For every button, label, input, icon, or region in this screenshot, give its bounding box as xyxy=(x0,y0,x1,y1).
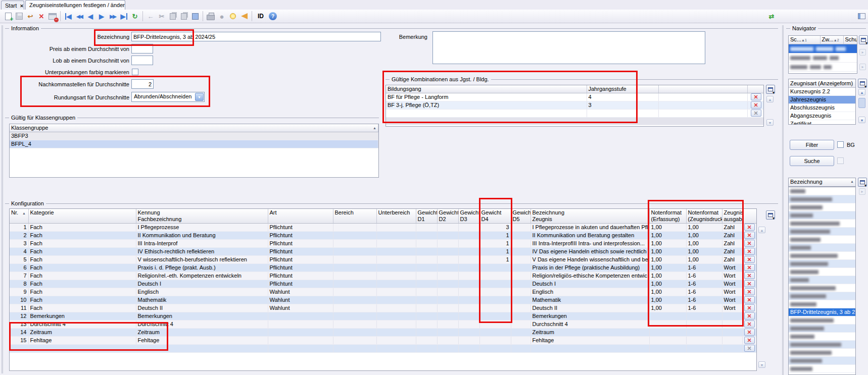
list-item[interactable] xyxy=(789,316,855,325)
delete-row-button[interactable]: ✕ xyxy=(744,304,755,311)
form-settings-button[interactable] xyxy=(47,11,58,22)
delete-row-button[interactable]: ✕ xyxy=(744,232,755,239)
column-header-d1[interactable]: Gewicht D1 xyxy=(416,209,437,224)
table-row[interactable]: 6FachPraxis i. d. Pflege (prakt. Ausb.)P… xyxy=(10,264,756,272)
list-item[interactable] xyxy=(789,244,855,252)
tab-start[interactable]: Start✕ xyxy=(1,1,24,10)
list-item[interactable] xyxy=(789,341,855,349)
select-button[interactable] xyxy=(189,11,201,22)
list-item[interactable] xyxy=(789,300,855,308)
nav-prev-button[interactable]: ◀ xyxy=(85,11,96,22)
delete-row-button[interactable]: ✕ xyxy=(744,224,755,231)
column-header-kennung[interactable]: Kennung Fachbezeichnung xyxy=(136,209,268,224)
id-button[interactable]: ID xyxy=(254,11,267,22)
list-item[interactable] xyxy=(789,292,855,300)
column-header-0[interactable]: Sc...▲1 xyxy=(789,36,820,44)
delete-row-button[interactable]: ✕ xyxy=(751,110,761,117)
list-item[interactable]: Abschlusszeugnis xyxy=(789,104,855,112)
list-item[interactable] xyxy=(789,187,855,195)
table-row[interactable]: 9FachEnglischWahluntEnglisch1,001-6Wort✕ xyxy=(10,288,756,296)
delete-row-button[interactable]: ✕ xyxy=(744,256,755,263)
table-row[interactable]: 8FachDeutsch IPflichtuntDeutsch I1,001-6… xyxy=(10,280,756,288)
suche-button[interactable]: Suche xyxy=(790,156,834,166)
side-nav-button[interactable]: ▸ xyxy=(859,49,866,56)
save-button[interactable] xyxy=(14,11,25,22)
delete-row-button[interactable]: ✕ xyxy=(744,240,755,247)
layout-button[interactable] xyxy=(856,11,867,22)
delete-row-button[interactable]: ✕ xyxy=(744,345,755,352)
table-row[interactable]: BF für Pflege - Langform4✕ xyxy=(386,93,764,101)
delete-row-button[interactable]: ✕ xyxy=(744,288,755,295)
navigator-splitter[interactable] xyxy=(782,25,784,375)
table-row-empty[interactable]: ✕ xyxy=(10,345,756,353)
hint-button[interactable] xyxy=(227,11,238,22)
back-button[interactable]: ← xyxy=(145,11,156,22)
list-item[interactable] xyxy=(789,349,855,357)
delete-row-button[interactable]: ✕ xyxy=(744,312,755,319)
chevron-down-icon[interactable]: ▼ xyxy=(195,93,204,101)
column-header-bereich[interactable]: Bereich xyxy=(333,209,376,224)
list-item[interactable] xyxy=(789,365,855,373)
scroll-up-button[interactable]: ▲ xyxy=(766,96,774,102)
unterpunktungen-checkbox[interactable] xyxy=(132,69,138,75)
column-header-ausgabe[interactable]: Zeugnis- ausgabe xyxy=(722,209,742,224)
list-item[interactable] xyxy=(789,228,855,236)
zeugnisart-header[interactable]: Zeugnisart (Anzeigeform) xyxy=(789,79,855,88)
scroll-up-button[interactable]: ▲ xyxy=(858,89,865,95)
filter-button[interactable]: Filter xyxy=(790,140,834,150)
table-row[interactable]: 13Durchschnitt 4Durchschnitt 4Durchschni… xyxy=(10,320,756,329)
undo-button[interactable]: ↩ xyxy=(25,11,36,22)
delete-row-button[interactable]: ✕ xyxy=(744,337,755,344)
delete-row-button[interactable]: ✕ xyxy=(744,272,755,279)
column-header-nf_druck[interactable]: Notenformat (Zeugnisdruck) xyxy=(686,209,722,224)
table-row[interactable]: 14ZeitraumZeitraumZeitraum✕ xyxy=(10,329,756,337)
list-item[interactable]: BFP-Drittelzeugnis, 3 ab 2... xyxy=(789,308,855,316)
table-row[interactable]: BF 3-j. Pflege (Ö,TZ)3✕ xyxy=(386,101,764,110)
list-item[interactable] xyxy=(789,220,855,228)
side-nav-button[interactable]: ▸ xyxy=(859,188,865,195)
list-item[interactable]: 3BFP3 xyxy=(10,132,378,140)
nav-next-button[interactable]: ▶ xyxy=(96,11,107,22)
school-grid-settings-button[interactable] xyxy=(859,35,868,44)
list-item[interactable] xyxy=(789,357,855,365)
table-row[interactable]: 10FachMathematikWahluntMathematik1,001-6… xyxy=(10,296,756,304)
table-row[interactable]: 11FachDeutsch IIWahluntDeutsch II1,001-6… xyxy=(10,304,756,312)
scroll-up-button[interactable]: ▲ xyxy=(758,227,765,233)
zeugnisart-grid-settings-button[interactable] xyxy=(858,79,867,88)
list-item[interactable] xyxy=(789,252,855,260)
delete-row-button[interactable]: ✕ xyxy=(744,329,755,336)
column-header-d5[interactable]: Gewicht D5 xyxy=(511,209,531,224)
new-record-button[interactable] xyxy=(3,11,14,22)
column-header-bezeichnung[interactable]: Bezeichnung Zeugnis xyxy=(531,209,649,224)
record-button[interactable]: ● xyxy=(216,11,227,22)
table-row[interactable]: 1FachI PflegeprozessePflichtunt3I Pflege… xyxy=(10,224,756,232)
kombinationen-grid-settings-button[interactable] xyxy=(766,85,775,94)
list-item[interactable] xyxy=(789,325,855,333)
delete-row-button[interactable]: ✕ xyxy=(744,264,755,271)
list-item[interactable]: Jahreszeugnis xyxy=(789,96,855,104)
list-item[interactable] xyxy=(789,63,857,72)
tab-zeugniseinstellungen[interactable]: Zeugniseinstellungen festlegen / ändern✕ xyxy=(25,0,125,10)
list-item[interactable] xyxy=(789,276,855,284)
column-header-1[interactable]: Zw...▲2 xyxy=(820,36,843,44)
list-item[interactable] xyxy=(789,203,855,211)
bezeichnung-grid-settings-button[interactable] xyxy=(858,178,867,187)
column-header-d3[interactable]: Gewicht D3 xyxy=(458,209,479,224)
column-header-nr[interactable]: Nr.▲ xyxy=(10,209,28,224)
paste-button[interactable] xyxy=(178,11,189,22)
scrollbar-thumb[interactable] xyxy=(858,98,865,108)
table-row[interactable]: 7FachReligion/rel.-eth. Kompetenzen entw… xyxy=(10,272,756,280)
suche-checkbox[interactable] xyxy=(837,157,844,164)
lob-input[interactable] xyxy=(131,56,153,65)
list-item[interactable] xyxy=(789,211,855,220)
column-header-art[interactable]: Art xyxy=(268,209,333,224)
table-row[interactable]: 2FachII Kommunikation und BeratungPflich… xyxy=(10,232,756,240)
left-splitter[interactable] xyxy=(2,25,3,373)
delete-row-button[interactable]: ✕ xyxy=(744,320,755,328)
bezeichnung-input[interactable] xyxy=(131,32,381,41)
scroll-down-button[interactable]: ▼ xyxy=(758,361,765,368)
notify-button[interactable] xyxy=(238,11,250,22)
bemerkung-textarea[interactable] xyxy=(432,31,705,64)
column-header-klassengruppe[interactable]: Klassengruppe▲ xyxy=(10,124,378,132)
column-header-2[interactable]: Schule xyxy=(843,36,857,44)
